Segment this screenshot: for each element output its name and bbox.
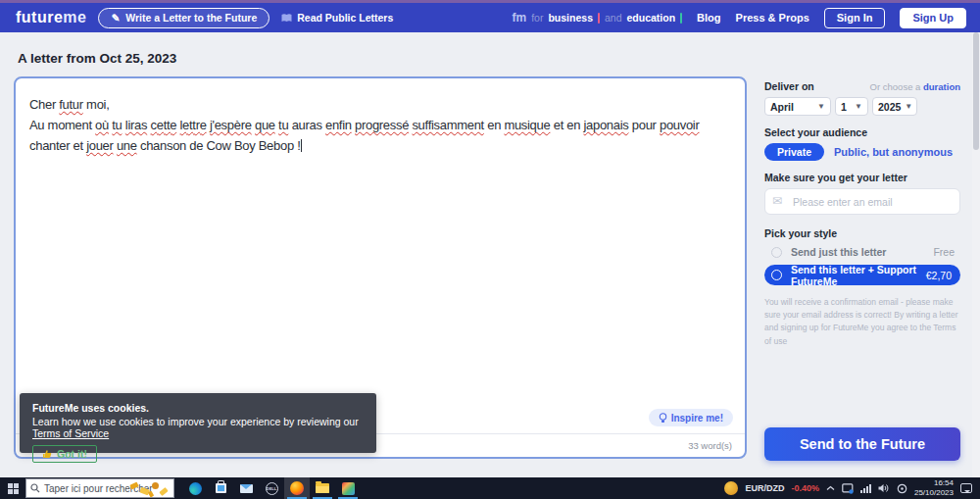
got-it-button[interactable]: Got it!: [32, 445, 97, 463]
firefox-icon[interactable]: [284, 477, 310, 499]
audience-private-button[interactable]: Private: [764, 143, 824, 161]
press-props-link[interactable]: Press & Props: [736, 12, 809, 24]
misspelled-word: jouer: [86, 138, 113, 153]
fm-business-link[interactable]: business: [548, 12, 593, 24]
misspelled-word: une: [117, 138, 137, 153]
fm-education-link[interactable]: education: [627, 12, 676, 24]
sign-up-button[interactable]: Sign Up: [900, 8, 966, 28]
top-navbar: futureme ✎ Write a Letter to the Future …: [0, 3, 980, 32]
search-icon: [30, 483, 40, 493]
send-to-future-button[interactable]: Send to the Future: [764, 427, 960, 461]
misspelled-word: liras: [125, 118, 147, 132]
currency-change[interactable]: -0.40%: [791, 483, 819, 493]
cookie-banner: FutureMe uses cookies. Learn how we use …: [20, 393, 376, 453]
misspelled-word: futur: [59, 97, 83, 112]
read-public-label: Read Public Letters: [297, 12, 393, 24]
tray-network-icon[interactable]: [860, 483, 871, 493]
misspelled-word: j'espère: [210, 118, 252, 132]
year-select[interactable]: 2025▼: [872, 97, 917, 116]
currency-pair[interactable]: EUR/DZD: [745, 483, 784, 493]
file-explorer-icon[interactable]: [310, 477, 335, 499]
chevron-down-icon: ▼: [817, 102, 825, 111]
envelope-icon: ✉: [772, 194, 782, 208]
letter-word: Au moment: [29, 118, 95, 132]
cookie-body-text: Learn how we use cookies to improve your…: [32, 416, 359, 427]
sign-in-button[interactable]: Sign In: [824, 8, 886, 28]
photos-icon[interactable]: [335, 477, 361, 499]
radio-unselected-icon[interactable]: [771, 247, 782, 258]
logo-me: me: [63, 9, 86, 25]
taskbar-clock[interactable]: 16:54 25/10/2023: [914, 478, 954, 498]
misspelled-word: enfin: [325, 118, 352, 132]
word-count: 33 word(s): [688, 440, 732, 451]
windows-taskbar: Taper ici pour rechercher DELL EUR/DZD -…: [0, 477, 980, 499]
letter-word: auras: [288, 118, 325, 132]
notification-center-icon[interactable]: [960, 483, 972, 493]
fm-business-education-links: fm for business and education: [513, 11, 683, 25]
microsoft-store-icon[interactable]: [208, 477, 233, 499]
tray-update-icon[interactable]: [897, 483, 907, 494]
scrollbar-thumb[interactable]: [973, 32, 979, 150]
email-label: Make sure you get your letter: [764, 172, 960, 183]
text-caret: [301, 139, 302, 152]
radio-selected-icon[interactable]: [771, 270, 782, 280]
letter-word: chanter et: [29, 138, 86, 153]
taskbar-date: 25/10/2023: [914, 488, 954, 498]
taskbar-time: 16:54: [914, 478, 954, 488]
futureme-logo[interactable]: futureme: [16, 9, 86, 26]
thumbs-up-icon: [42, 449, 52, 459]
write-letter-button[interactable]: ✎ Write a Letter to the Future: [98, 8, 270, 28]
month-select[interactable]: April▼: [764, 97, 831, 116]
chevron-down-icon: ▼: [905, 102, 912, 111]
misspelled-word: lettre: [180, 118, 207, 132]
misspelled-word: suffisamment: [412, 118, 483, 132]
taskbar-app-icons: DELL: [182, 477, 361, 499]
month-value: April: [770, 101, 794, 113]
blog-link[interactable]: Blog: [697, 12, 720, 24]
misspelled-word: japonais: [583, 118, 628, 132]
confirmation-disclaimer: You will receive a confirmation email - …: [764, 296, 960, 348]
email-input[interactable]: [764, 188, 960, 215]
start-button[interactable]: [0, 477, 25, 499]
letter-word: chanson de Cow Boy Bebop !: [137, 138, 301, 153]
letter-word: Cher: [29, 97, 59, 112]
page-scrollbar[interactable]: [972, 32, 980, 477]
audience-public-link[interactable]: Public, but anonymous: [834, 146, 953, 158]
day-select[interactable]: 1▼: [835, 97, 868, 116]
duration-link[interactable]: duration: [923, 81, 960, 92]
pencil-icon: ✎: [111, 12, 120, 24]
inspire-me-button[interactable]: Inspire me!: [649, 409, 733, 426]
delivery-sidebar: Deliver on Or choose a duration April▼ 1…: [764, 80, 960, 348]
tray-chevron-up-icon[interactable]: [826, 485, 835, 491]
lightbulb-icon: [659, 413, 667, 424]
chevron-down-icon: ▼: [855, 102, 862, 111]
taskbar-search-input[interactable]: Taper ici pour rechercher: [25, 478, 174, 498]
letter-word: moi,: [83, 97, 110, 112]
or-choose-duration: Or choose a duration: [870, 81, 960, 92]
style-option-support[interactable]: Send this letter + Support FutureMe €2,7…: [764, 265, 960, 285]
cookie-title: FutureMe uses cookies.: [32, 402, 364, 414]
system-tray: EUR/DZD -0.40% 16:54 25/10/2023: [724, 478, 980, 498]
tray-volume-icon[interactable]: [878, 483, 890, 493]
dell-icon[interactable]: DELL: [259, 477, 284, 499]
fm-logo[interactable]: fm: [513, 11, 527, 25]
fm-for-label: for: [531, 12, 543, 24]
mail-icon[interactable]: [233, 477, 259, 499]
page-title: A letter from Oct 25, 2023: [18, 51, 176, 66]
tray-display-icon[interactable]: [842, 483, 854, 494]
currency-widget-icon[interactable]: [724, 481, 738, 495]
cookie-body: Learn how we use cookies to improve your…: [32, 416, 364, 439]
accent-bar-pink: [598, 13, 600, 24]
read-public-letters-link[interactable]: Read Public Letters: [281, 12, 393, 24]
misspelled-word: où: [95, 118, 109, 132]
misspelled-word: cette: [151, 118, 177, 132]
terms-of-service-link[interactable]: Terms of Service: [32, 427, 109, 439]
misspelled-word: progressé: [355, 118, 409, 132]
letter-text[interactable]: Cher futur moi,Au moment où tu liras cet…: [29, 94, 731, 156]
got-it-label: Got it!: [57, 448, 87, 460]
style-option-free[interactable]: Send just this letter Free: [764, 246, 960, 258]
deliver-on-label: Deliver on: [764, 80, 814, 92]
option-support-price: €2,70: [926, 270, 952, 281]
misspelled-word: que: [255, 118, 275, 132]
edge-icon[interactable]: [182, 477, 208, 499]
